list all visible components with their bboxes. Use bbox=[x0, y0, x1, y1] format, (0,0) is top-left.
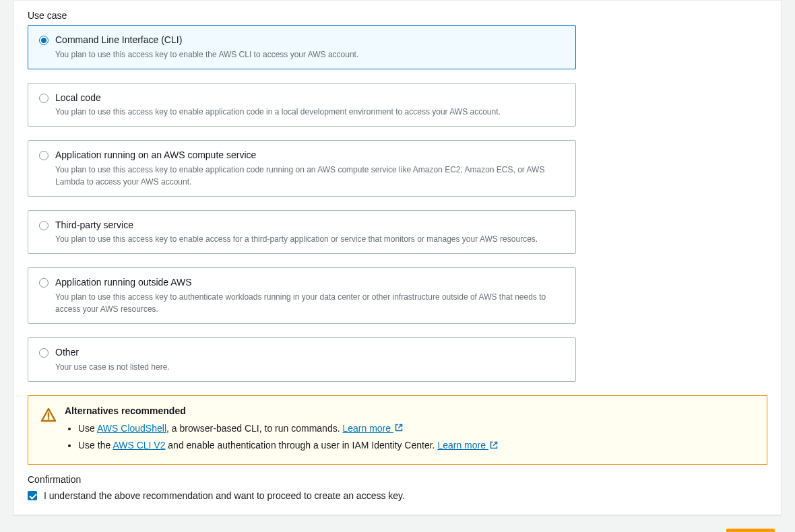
option-title: Application running outside AWS bbox=[55, 276, 565, 290]
option-outside-aws[interactable]: Application running outside AWS You plan… bbox=[28, 267, 576, 324]
radio-icon bbox=[39, 94, 49, 103]
footer-buttons: Cancel Next bbox=[0, 515, 795, 532]
radio-icon bbox=[39, 151, 49, 160]
confirmation-text: I understand the above recommendation an… bbox=[44, 490, 405, 501]
option-title: Local code bbox=[55, 92, 565, 105]
svg-point-1 bbox=[48, 418, 50, 420]
option-desc: Your use case is not listed here. bbox=[55, 361, 565, 373]
alert-title: Alternatives recommended bbox=[65, 405, 755, 416]
confirmation-section: Confirmation I understand the above reco… bbox=[28, 474, 767, 501]
alert-item: Use AWS CloudShell, a browser-based CLI,… bbox=[78, 420, 755, 438]
option-desc: You plan to use this access key to enabl… bbox=[55, 164, 565, 188]
cancel-button[interactable]: Cancel bbox=[662, 529, 720, 532]
option-title: Application running on an AWS compute se… bbox=[55, 149, 565, 162]
next-button[interactable]: Next bbox=[726, 529, 775, 532]
use-case-card: Use case Command Line Interface (CLI) Yo… bbox=[13, 0, 782, 515]
confirmation-label: Confirmation bbox=[28, 474, 767, 485]
alert-item: Use the AWS CLI V2 and enable authentica… bbox=[78, 437, 755, 455]
learn-more-link[interactable]: Learn more bbox=[342, 423, 402, 434]
option-aws-compute[interactable]: Application running on an AWS compute se… bbox=[28, 140, 576, 197]
learn-more-link[interactable]: Learn more bbox=[437, 440, 497, 451]
radio-icon bbox=[39, 278, 49, 288]
alert-list: Use AWS CloudShell, a browser-based CLI,… bbox=[65, 420, 755, 455]
warning-icon bbox=[40, 407, 57, 425]
option-title: Command Line Interface (CLI) bbox=[55, 34, 565, 47]
option-desc: You plan to use this access key to authe… bbox=[55, 291, 565, 315]
option-title: Other bbox=[55, 346, 565, 360]
alternatives-alert: Alternatives recommended Use AWS CloudSh… bbox=[28, 395, 767, 465]
option-desc: You plan to use this access key to enabl… bbox=[55, 106, 565, 118]
use-case-label: Use case bbox=[28, 10, 767, 21]
option-desc: You plan to use this access key to enabl… bbox=[55, 48, 565, 61]
external-link-icon bbox=[395, 420, 403, 437]
page-container: Use case Command Line Interface (CLI) Yo… bbox=[0, 0, 795, 532]
option-local-code[interactable]: Local code You plan to use this access k… bbox=[28, 83, 576, 127]
radio-icon bbox=[39, 221, 49, 230]
radio-icon bbox=[39, 348, 49, 358]
option-title: Third-party service bbox=[55, 219, 565, 232]
cloudshell-link[interactable]: AWS CloudShell bbox=[97, 423, 166, 434]
cli-v2-link[interactable]: AWS CLI V2 bbox=[113, 440, 165, 451]
use-case-options: Command Line Interface (CLI) You plan to… bbox=[28, 25, 576, 382]
external-link-icon bbox=[490, 438, 498, 455]
option-cli[interactable]: Command Line Interface (CLI) You plan to… bbox=[28, 25, 576, 69]
radio-icon bbox=[39, 36, 49, 45]
option-third-party[interactable]: Third-party service You plan to use this… bbox=[28, 210, 576, 255]
option-desc: You plan to use this access key to enabl… bbox=[55, 233, 565, 245]
option-other[interactable]: Other Your use case is not listed here. bbox=[28, 337, 576, 382]
confirmation-checkbox[interactable] bbox=[28, 491, 37, 500]
confirmation-row: I understand the above recommendation an… bbox=[28, 490, 767, 501]
